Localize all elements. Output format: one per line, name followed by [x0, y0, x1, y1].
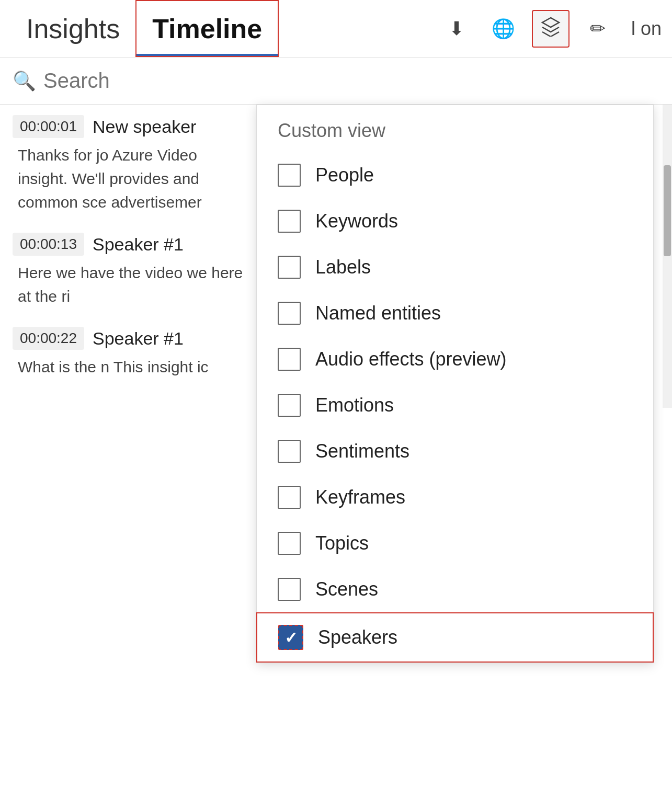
checkbox-people[interactable] [278, 164, 301, 187]
scrollbar[interactable] [663, 105, 672, 408]
dropdown-label-scenes: Scenes [315, 578, 378, 600]
layers-icon [540, 16, 561, 41]
dropdown-item-scenes[interactable]: Scenes [257, 566, 653, 612]
checkbox-emotions[interactable] [278, 394, 301, 417]
timeline-underline [136, 54, 278, 56]
transcript-text: Thanks for jo Azure Video insight. We'll… [13, 143, 249, 214]
speaker-name: New speaker [93, 117, 196, 137]
dropdown-label-keyframes: Keyframes [315, 486, 405, 508]
search-input[interactable] [43, 69, 659, 93]
dropdown-header: Custom view [257, 105, 653, 152]
globe-icon: 🌐 [492, 18, 515, 40]
timeline-panel: 00:00:01 New speaker Thanks for jo Azure… [0, 105, 261, 408]
dropdown-label-named-entities: Named entities [315, 302, 441, 324]
dropdown-label-people: People [315, 164, 374, 186]
dropdown-item-emotions[interactable]: Emotions [257, 382, 653, 428]
download-icon: ⬇ [449, 18, 464, 40]
search-icon: 🔍 [13, 70, 36, 92]
dropdown-label-emotions: Emotions [315, 394, 394, 416]
search-bar: 🔍 [0, 58, 672, 105]
timeline-tab-label: Timeline [152, 13, 262, 44]
tab-bar: Insights Timeline ⬇ 🌐 ✏ l on [0, 0, 672, 58]
download-button[interactable]: ⬇ [438, 10, 475, 48]
edit-icon: ✏ [590, 18, 606, 40]
dropdown-label-keywords: Keywords [315, 210, 398, 232]
dropdown-item-speakers[interactable]: Speakers [256, 612, 654, 663]
main-content: 00:00:01 New speaker Thanks for jo Azure… [0, 105, 672, 408]
checkbox-labels[interactable] [278, 256, 301, 279]
transcript-text: What is the n This insight ic [13, 355, 249, 379]
globe-button[interactable]: 🌐 [485, 10, 522, 48]
custom-view-dropdown: Custom view People Keywords Labels Named… [256, 105, 654, 663]
speaker-name: Speaker #1 [93, 234, 184, 255]
checkbox-audio-effects[interactable] [278, 348, 301, 371]
dropdown-item-sentiments[interactable]: Sentiments [257, 428, 653, 474]
timestamp-badge: 00:00:01 [13, 115, 84, 138]
dropdown-item-keywords[interactable]: Keywords [257, 198, 653, 244]
dropdown-label-speakers: Speakers [318, 626, 397, 648]
checkbox-sentiments[interactable] [278, 440, 301, 463]
transcript-text: Here we have the video we here at the ri [13, 261, 249, 308]
checkbox-scenes[interactable] [278, 578, 301, 601]
dropdown-label-topics: Topics [315, 532, 369, 554]
tab-timeline[interactable]: Timeline [135, 0, 279, 57]
tab-insights[interactable]: Insights [10, 0, 135, 57]
toolbar-icons: ⬇ 🌐 ✏ l on [438, 10, 662, 48]
dropdown-label-labels: Labels [315, 256, 371, 278]
layers-button[interactable] [532, 10, 570, 48]
speaker-row: 00:00:22 Speaker #1 [13, 327, 249, 350]
timestamp-badge: 00:00:22 [13, 327, 84, 350]
dropdown-item-topics[interactable]: Topics [257, 520, 653, 566]
checkbox-speakers[interactable] [278, 625, 303, 650]
header-right-text: l on [631, 18, 662, 40]
checkbox-named-entities[interactable] [278, 302, 301, 325]
timeline-entry: 00:00:01 New speaker Thanks for jo Azure… [13, 115, 249, 214]
edit-button[interactable]: ✏ [579, 10, 617, 48]
speaker-name: Speaker #1 [93, 328, 184, 349]
checkbox-topics[interactable] [278, 532, 301, 555]
timeline-entry: 00:00:22 Speaker #1 What is the n This i… [13, 327, 249, 379]
speaker-row: 00:00:01 New speaker [13, 115, 249, 138]
dropdown-item-audio-effects[interactable]: Audio effects (preview) [257, 336, 653, 382]
timestamp-badge: 00:00:13 [13, 233, 84, 256]
checkbox-keywords[interactable] [278, 210, 301, 233]
scrollbar-thumb[interactable] [664, 165, 671, 256]
speaker-row: 00:00:13 Speaker #1 [13, 233, 249, 256]
dropdown-label-audio-effects: Audio effects (preview) [315, 348, 507, 370]
insights-tab-label: Insights [26, 13, 120, 44]
dropdown-label-sentiments: Sentiments [315, 440, 409, 462]
dropdown-item-keyframes[interactable]: Keyframes [257, 474, 653, 520]
dropdown-item-named-entities[interactable]: Named entities [257, 290, 653, 336]
timeline-entry: 00:00:13 Speaker #1 Here we have the vid… [13, 233, 249, 308]
dropdown-item-people[interactable]: People [257, 152, 653, 198]
checkbox-keyframes[interactable] [278, 486, 301, 509]
dropdown-item-labels[interactable]: Labels [257, 244, 653, 290]
